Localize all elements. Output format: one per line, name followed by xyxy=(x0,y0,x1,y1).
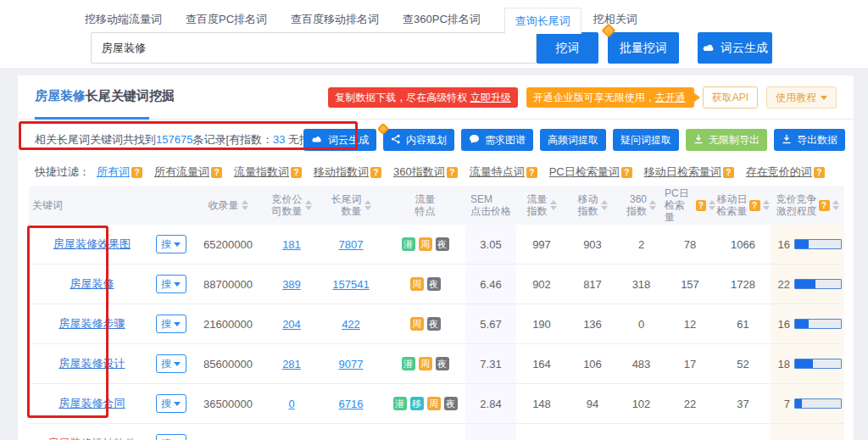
tab-mobile-flow-words[interactable]: 挖移动端流量词 xyxy=(85,7,162,32)
search-dropdown-button[interactable]: 搜 xyxy=(156,315,186,333)
batch-dig-button[interactable]: 批量挖词 xyxy=(608,32,679,64)
keyword-link[interactable]: 房屋装修效果图 xyxy=(53,237,131,252)
volume-cell: 65200000 xyxy=(190,225,266,264)
get-api-button[interactable]: 获取API xyxy=(703,86,758,109)
search-dropdown-button[interactable]: 搜 xyxy=(156,235,186,253)
col-header-pc-daily[interactable]: PC日检索量 xyxy=(665,186,715,225)
tab-longtail-query[interactable]: 查询长尾词 xyxy=(504,8,581,34)
col-header-360-index[interactable]: 360指数 xyxy=(618,186,665,225)
open-enterprise-link[interactable]: 去开通 xyxy=(655,92,686,103)
longtail-count-link[interactable]: 6716 xyxy=(339,398,364,410)
mobile-daily-cell: 1728 xyxy=(715,265,771,304)
sem-price-cell: 7.31 xyxy=(465,344,516,383)
help-icon[interactable] xyxy=(814,167,825,178)
tab-related-words[interactable]: 挖相关词 xyxy=(593,7,637,32)
help-icon[interactable] xyxy=(447,167,458,178)
keyword-link[interactable]: 房屋装修步骤 xyxy=(59,316,125,331)
bid-companies-link[interactable]: 181 xyxy=(282,238,301,251)
search-dropdown-button[interactable]: 搜 xyxy=(156,394,186,413)
index-360-cell: 0 xyxy=(618,304,665,343)
flow-tag: 周 xyxy=(410,277,424,291)
export-data-button[interactable]: 导出数据 xyxy=(774,129,845,151)
wordcloud-action-button[interactable]: 词云生成 xyxy=(303,129,376,151)
search-dropdown-button[interactable]: 搜 xyxy=(156,354,186,373)
help-icon[interactable] xyxy=(131,167,142,178)
tutorial-dropdown-button[interactable]: 使用教程 xyxy=(766,86,837,109)
help-icon[interactable] xyxy=(291,167,302,178)
help-icon[interactable] xyxy=(819,200,830,211)
high-freq-extract-button[interactable]: 高频词提取 xyxy=(540,129,606,151)
col-header-mobile-daily[interactable]: 移动日检索量 xyxy=(715,186,771,225)
content-plan-button[interactable]: 内容规划 xyxy=(383,129,454,151)
help-icon[interactable] xyxy=(749,200,760,211)
help-icon[interactable] xyxy=(526,167,537,178)
download-icon xyxy=(693,134,704,147)
keyword-link[interactable]: 房屋装修合同 xyxy=(59,396,125,411)
mobile-index-cell xyxy=(567,424,618,440)
demand-map-button[interactable]: 需求图谱 xyxy=(461,129,533,151)
unlimited-export-button[interactable]: 无限制导出 xyxy=(686,129,767,151)
filter-flow-index-words[interactable]: 流量指数词 xyxy=(234,164,289,180)
volume-cell: 36500000 xyxy=(190,384,266,423)
bid-companies-link[interactable]: 204 xyxy=(282,318,301,331)
filter-pc-daily-search-words[interactable]: PC日检索量词 xyxy=(549,164,620,180)
bid-companies-link[interactable]: 281 xyxy=(282,358,301,370)
help-icon[interactable] xyxy=(370,167,381,178)
table-row: 房屋装修效果图 搜 65200000 181 7807 潜周夜 3.05 997… xyxy=(29,225,844,265)
longtail-count-link[interactable]: 422 xyxy=(342,318,360,331)
col-header-longtail-count[interactable]: 长尾词数量 xyxy=(317,186,385,225)
competition-cell: 16 xyxy=(771,304,844,343)
filter-flow-feature-words[interactable]: 流量特点词 xyxy=(470,164,525,180)
col-header-bid-companies[interactable]: 竞价公司数量 xyxy=(266,186,317,225)
keyword-search-input[interactable] xyxy=(91,32,537,64)
competition-bar xyxy=(794,319,842,329)
longtail-count-link[interactable]: 7807 xyxy=(339,238,364,251)
tab-360pc-rank[interactable]: 查360PC排名词 xyxy=(403,7,481,32)
tab-baidu-pc-rank[interactable]: 查百度PC排名词 xyxy=(186,7,267,32)
keyword-link[interactable]: 房屋装修 xyxy=(70,276,114,292)
enterprise-banner[interactable]: 开通企业版可享无限使用，去开通 xyxy=(526,87,694,108)
flow-tag: 移 xyxy=(410,397,424,410)
col-header-volume[interactable]: 收录量 xyxy=(190,186,266,225)
keyword-link[interactable]: 房屋装修设计软件 xyxy=(48,436,136,440)
flow-tag: 周 xyxy=(427,397,441,410)
help-icon[interactable] xyxy=(211,167,222,178)
mobile-index-cell: 106 xyxy=(567,344,618,383)
share-icon xyxy=(391,134,401,147)
help-icon[interactable] xyxy=(621,167,632,178)
chat-bubble-icon xyxy=(469,134,480,147)
filter-mobile-index-words[interactable]: 移动指数词 xyxy=(314,164,369,180)
filter-all-flow-words[interactable]: 所有流量词 xyxy=(154,164,209,180)
vip-upgrade-banner[interactable]: 复制数据下载，尽在高级特权 立即升级 xyxy=(328,87,517,108)
longtail-count-link[interactable]: 401 xyxy=(342,437,360,440)
bid-companies-link[interactable]: 207 xyxy=(282,437,301,440)
filter-360-index-words[interactable]: 360指数词 xyxy=(393,164,445,180)
flow-tag: 潜 xyxy=(402,357,415,370)
search-dropdown-button[interactable]: 搜 xyxy=(156,275,186,293)
pc-daily-cell: 17 xyxy=(665,344,715,383)
col-header-competition[interactable]: 竞价竞争激烈程度 xyxy=(771,186,844,225)
filter-mobile-daily-search-words[interactable]: 移动日检索量词 xyxy=(644,164,721,180)
keyword-link[interactable]: 房屋装修设计 xyxy=(59,356,125,371)
search-dropdown-button[interactable]: 搜 xyxy=(156,434,186,440)
longtail-count-link[interactable]: 157541 xyxy=(332,278,369,291)
flow-tags-cell: 潜移周夜 xyxy=(385,384,465,423)
flow-tag: 夜 xyxy=(436,237,449,251)
upgrade-now-link[interactable]: 立即升级 xyxy=(470,92,511,103)
bid-companies-link[interactable]: 389 xyxy=(282,278,301,291)
tab-baidu-mobile-rank[interactable]: 查百度移动排名词 xyxy=(291,7,379,32)
wordcloud-generate-button[interactable]: 词云生成 xyxy=(698,32,772,64)
col-header-flow-index[interactable]: 流量指数 xyxy=(516,186,567,225)
help-icon[interactable] xyxy=(723,167,734,178)
question-words-extract-button[interactable]: 疑问词提取 xyxy=(613,129,679,151)
cloud-icon xyxy=(311,134,323,146)
longtail-count-link[interactable]: 9077 xyxy=(339,358,364,370)
bid-companies-link[interactable]: 0 xyxy=(288,398,294,410)
dig-words-button[interactable]: 挖词 xyxy=(537,32,598,64)
help-icon[interactable] xyxy=(696,200,706,211)
filter-has-bidding-words[interactable]: 存在竞价的词 xyxy=(746,164,812,180)
filter-all-words[interactable]: 所有词 xyxy=(97,164,130,180)
mobile-index-cell: 817 xyxy=(567,265,618,304)
col-header-mobile-index[interactable]: 移动指数 xyxy=(567,186,618,225)
table-row: 房屋装修 搜 88700000 389 157541 周夜 6.46 902 8… xyxy=(29,265,844,304)
